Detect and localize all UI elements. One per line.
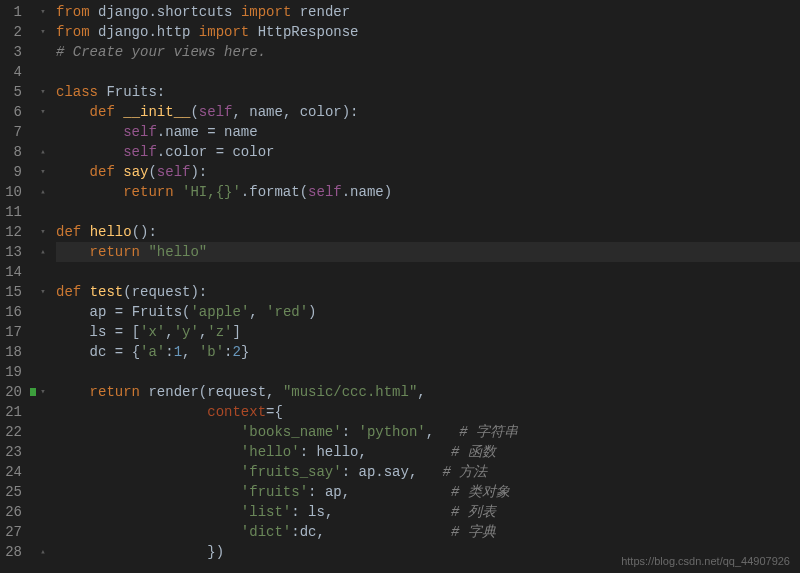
token-op xyxy=(291,4,299,20)
vcs-gutter xyxy=(30,0,36,573)
token-pun: : xyxy=(291,524,299,540)
token-op: = xyxy=(106,324,131,340)
code-line[interactable]: class Fruits: xyxy=(56,82,800,102)
line-number: 13 xyxy=(4,242,22,262)
code-line[interactable]: 'dict':dc, # 字典 xyxy=(56,522,800,542)
code-line[interactable] xyxy=(56,202,800,222)
fold-down-icon[interactable] xyxy=(36,222,50,242)
token-ident: ap xyxy=(358,464,375,480)
token-par: request xyxy=(132,284,191,300)
code-line[interactable]: return "hello" xyxy=(56,242,800,262)
token-cmt: # 字符串 xyxy=(459,424,518,440)
fold-down-icon[interactable] xyxy=(36,102,50,122)
token-str: 'HI,{}' xyxy=(182,184,241,200)
line-number: 23 xyxy=(4,442,22,462)
token-pun: , xyxy=(249,304,266,320)
code-line[interactable]: self.color = color xyxy=(56,142,800,162)
code-line[interactable]: def __init__(self, name, color): xyxy=(56,102,800,122)
fold-down-icon[interactable] xyxy=(36,82,50,102)
line-number: 3 xyxy=(4,42,22,62)
code-line[interactable]: return 'HI,{}'.format(self.name) xyxy=(56,182,800,202)
token-def: def xyxy=(90,104,115,120)
line-number: 4 xyxy=(4,62,22,82)
fold-down-icon[interactable] xyxy=(36,382,50,402)
fold-spacer xyxy=(36,62,50,82)
token-ident: ls xyxy=(308,504,325,520)
code-line[interactable]: self.name = name xyxy=(56,122,800,142)
token-ident: color xyxy=(165,144,207,160)
code-line[interactable]: 'books_name': 'python', # 字符串 xyxy=(56,422,800,442)
fold-down-icon[interactable] xyxy=(36,22,50,42)
token-op xyxy=(434,424,459,440)
code-line[interactable]: context={ xyxy=(56,402,800,422)
code-editor[interactable]: 1234567891011121314151617181920212223242… xyxy=(0,0,800,573)
token-def: def xyxy=(56,224,81,240)
fold-up-icon[interactable] xyxy=(36,142,50,162)
fold-spacer xyxy=(36,302,50,322)
line-number: 17 xyxy=(4,322,22,342)
token-slf: self xyxy=(308,184,342,200)
code-line[interactable]: 'fruits': ap, # 类对象 xyxy=(56,482,800,502)
line-number: 24 xyxy=(4,462,22,482)
fold-spacer xyxy=(36,522,50,542)
fold-up-icon[interactable] xyxy=(36,542,50,562)
token-pun: , xyxy=(232,104,249,120)
code-line[interactable] xyxy=(56,62,800,82)
code-area[interactable]: from django.shortcuts import renderfrom … xyxy=(50,0,800,573)
token-op xyxy=(190,24,198,40)
token-kw: return xyxy=(90,244,140,260)
code-line[interactable]: dc = {'a':1, 'b':2} xyxy=(56,342,800,362)
fold-up-icon[interactable] xyxy=(36,242,50,262)
token-fn: test xyxy=(90,284,124,300)
token-str: 'z' xyxy=(207,324,232,340)
line-number: 9 xyxy=(4,162,22,182)
token-def: def xyxy=(56,284,81,300)
line-number: 25 xyxy=(4,482,22,502)
fold-spacer xyxy=(36,202,50,222)
code-line[interactable]: ls = ['x','y','z'] xyxy=(56,322,800,342)
token-pun: ( xyxy=(190,104,198,120)
code-line[interactable]: 'hello': hello, # 函数 xyxy=(56,442,800,462)
code-line[interactable] xyxy=(56,362,800,382)
code-line[interactable]: # Create your views here. xyxy=(56,42,800,62)
token-pun: , xyxy=(165,324,173,340)
fold-up-icon[interactable] xyxy=(36,182,50,202)
line-number: 6 xyxy=(4,102,22,122)
code-line[interactable]: from django.shortcuts import render xyxy=(56,2,800,22)
token-pun: , xyxy=(417,384,425,400)
code-line[interactable]: def test(request): xyxy=(56,282,800,302)
token-pun: ( xyxy=(123,284,131,300)
code-line[interactable]: return render(request, "music/ccc.html", xyxy=(56,382,800,402)
token-op xyxy=(417,464,442,480)
token-fn: __init__ xyxy=(123,104,190,120)
line-number: 8 xyxy=(4,142,22,162)
token-fn: say xyxy=(123,164,148,180)
code-line[interactable]: from django.http import HttpResponse xyxy=(56,22,800,42)
code-line[interactable] xyxy=(56,262,800,282)
token-cmt: # Create your views here. xyxy=(56,44,266,60)
token-num: 1 xyxy=(174,344,182,360)
token-str: "hello" xyxy=(148,244,207,260)
token-pun: : xyxy=(165,344,173,360)
fold-down-icon[interactable] xyxy=(36,162,50,182)
token-str: 'python' xyxy=(358,424,425,440)
vcs-change-marker[interactable] xyxy=(30,388,36,396)
fold-down-icon[interactable] xyxy=(36,282,50,302)
fold-spacer xyxy=(36,502,50,522)
token-op xyxy=(90,24,98,40)
token-ident: render xyxy=(148,384,198,400)
fold-down-icon[interactable] xyxy=(36,2,50,22)
line-number: 22 xyxy=(4,422,22,442)
code-line[interactable]: 'fruits_say': ap.say, # 方法 xyxy=(56,462,800,482)
code-line[interactable]: 'list': ls, # 列表 xyxy=(56,502,800,522)
token-pun: : xyxy=(224,344,232,360)
watermark: https://blog.csdn.net/qq_44907926 xyxy=(621,555,790,567)
code-line[interactable]: def hello(): xyxy=(56,222,800,242)
token-ident: format xyxy=(249,184,299,200)
token-ident: hello xyxy=(316,444,358,460)
code-line[interactable]: ap = Fruits('apple', 'red') xyxy=(56,302,800,322)
line-number: 10 xyxy=(4,182,22,202)
line-number: 21 xyxy=(4,402,22,422)
token-par: color xyxy=(300,104,342,120)
code-line[interactable]: def say(self): xyxy=(56,162,800,182)
